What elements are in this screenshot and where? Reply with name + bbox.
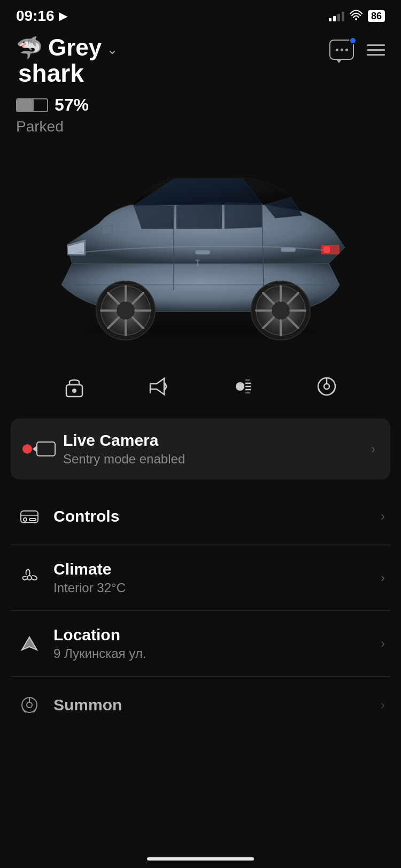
summon-title: Summon <box>53 696 375 714</box>
controls-text: Controls <box>53 507 375 525</box>
status-icons: 86 <box>329 10 385 23</box>
phone-battery: 86 <box>368 10 385 22</box>
battery-bar-icon <box>16 98 48 112</box>
controls-item[interactable]: Controls › <box>11 488 390 545</box>
header-icons <box>329 34 385 60</box>
vehicle-status: Parked <box>0 118 401 135</box>
climate-text: Climate Interior 32°C <box>53 560 375 595</box>
message-dots <box>336 49 348 51</box>
svg-point-33 <box>236 382 244 391</box>
menu-list: Controls › Climate Interior 32°C › <box>11 488 390 733</box>
hamburger-line-2 <box>367 49 385 51</box>
location-icon <box>16 630 43 657</box>
battery-fill <box>17 99 34 111</box>
camera-icon-wrap <box>26 436 52 462</box>
summon-text: Summon <box>53 696 375 714</box>
controls-chevron: › <box>381 509 385 524</box>
location-text: Location 9 Лукинская ул. <box>53 626 375 661</box>
camera-icon-combined <box>22 441 56 456</box>
vehicle-subtitle: shark <box>16 59 118 88</box>
location-subtitle: 9 Лукинская ул. <box>53 646 375 661</box>
car-svg: T <box>19 141 382 344</box>
svg-point-47 <box>27 702 32 708</box>
status-time: 09:16 ▶ <box>16 7 67 25</box>
svg-point-1 <box>45 319 356 342</box>
summon-item[interactable]: Summon › <box>11 677 390 733</box>
climate-subtitle: Interior 32°C <box>53 580 375 595</box>
menu-button[interactable] <box>367 44 385 56</box>
controls-title: Controls <box>53 507 375 525</box>
lock-icon <box>58 370 90 402</box>
location-arrow-icon: ▶ <box>59 10 67 22</box>
horn-button[interactable] <box>142 370 174 402</box>
climate-title: Climate <box>53 560 375 578</box>
climate-item[interactable]: Climate Interior 32°C › <box>11 545 390 611</box>
svg-point-45 <box>27 576 32 580</box>
svg-text:T: T <box>195 259 200 268</box>
vehicle-name-area: 🦈 Grey ⌄ shark <box>16 34 118 88</box>
summon-icon <box>16 692 43 718</box>
live-camera-item[interactable]: Live Camera Sentry mode enabled › <box>11 418 390 479</box>
vehicle-dropdown-arrow[interactable]: ⌄ <box>107 42 118 57</box>
lights-button[interactable] <box>227 370 259 402</box>
controls-icon <box>16 503 43 530</box>
steer-icon <box>311 370 343 402</box>
steer-button[interactable] <box>311 370 343 402</box>
car-illustration: T <box>0 141 401 344</box>
lock-button[interactable] <box>58 370 90 402</box>
svg-point-0 <box>355 18 357 20</box>
horn-icon <box>142 370 174 402</box>
rec-dot <box>22 444 32 454</box>
live-camera-chevron: › <box>371 441 375 456</box>
camera-body-icon <box>36 441 56 456</box>
battery-percent-label: 57% <box>55 95 89 115</box>
vehicle-emoji: 🦈 <box>16 35 43 60</box>
battery-row: 57% <box>0 88 401 117</box>
lights-icon <box>227 370 259 402</box>
svg-point-43 <box>24 518 27 521</box>
location-item[interactable]: Location 9 Лукинская ул. › <box>11 611 390 677</box>
message-button[interactable] <box>329 40 354 60</box>
location-title: Location <box>53 626 375 644</box>
svg-point-40 <box>324 384 329 389</box>
car-image-area: T <box>0 135 401 360</box>
battery-percent: 86 <box>371 11 382 22</box>
climate-chevron: › <box>381 570 385 585</box>
live-camera-subtitle: Sentry mode enabled <box>63 452 366 467</box>
location-chevron: › <box>381 636 385 651</box>
vehicle-title-row[interactable]: 🦈 Grey ⌄ <box>16 34 118 61</box>
notification-dot <box>349 37 357 44</box>
svg-rect-7 <box>323 246 330 253</box>
live-camera-text: Live Camera Sentry mode enabled <box>63 431 366 467</box>
svg-rect-4 <box>195 250 210 254</box>
hamburger-line-1 <box>367 44 385 46</box>
hamburger-line-3 <box>367 54 385 56</box>
time-display: 09:16 <box>16 7 55 25</box>
status-bar: 09:16 ▶ 86 <box>0 0 401 29</box>
quick-actions <box>0 360 401 418</box>
home-indicator <box>147 857 254 861</box>
vehicle-name: Grey <box>48 34 102 61</box>
live-camera-section: Live Camera Sentry mode enabled › <box>11 418 390 479</box>
svg-rect-44 <box>29 518 36 521</box>
climate-icon <box>16 564 43 591</box>
summon-chevron: › <box>381 698 385 712</box>
signal-icon <box>329 11 344 21</box>
live-camera-title: Live Camera <box>63 431 366 449</box>
svg-point-32 <box>73 389 76 392</box>
wifi-icon <box>350 10 363 23</box>
app-header: 🦈 Grey ⌄ shark <box>0 29 401 88</box>
